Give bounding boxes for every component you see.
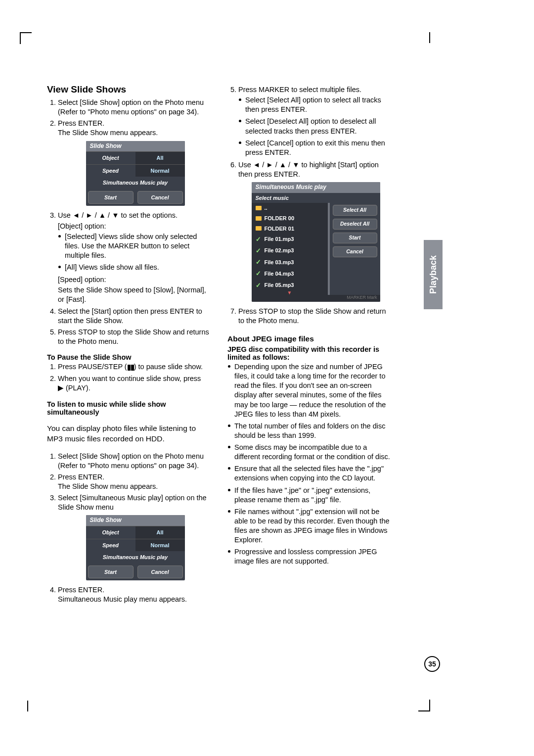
check-icon: ✓ (256, 258, 262, 266)
osd-music-subtitle: Select music (252, 193, 380, 203)
speed-option-desc: Sets the Slide Show speed to [Slow], [No… (58, 285, 213, 304)
osd-music-title: Simultaneous Music play (252, 182, 380, 193)
listen-step-3: Select [Simultaneous Music play] option … (58, 493, 213, 580)
jpeg-b3: Some discs may be incompatible due to a … (234, 443, 393, 462)
folder-icon (256, 216, 262, 221)
listen-step-2a: Press ENTER. (58, 473, 104, 481)
listen-steps: Select [Slide Show] option on the Photo … (47, 452, 213, 605)
osd-object-label: Object (86, 152, 135, 164)
listen-step-3-text: Select [Simultaneous Music play] option … (58, 494, 207, 511)
listen-step-4: Press ENTER. Simultaneous Music play men… (58, 585, 213, 604)
listen-step-2: Press ENTER. The Slide Show menu appears… (58, 472, 213, 491)
right-column: Press MARKER to select multiple files. S… (227, 84, 393, 606)
r5-bullet-deselectall: Select [Deselect All] option to deselect… (245, 117, 393, 136)
list-item: File 05.mp3 (265, 282, 294, 289)
step-2-line1: Press ENTER. (58, 119, 104, 127)
object-option-selected: [Selected] Views slide show only selecte… (65, 232, 213, 260)
right-step-7: Press STOP to stop the Slide Show and re… (238, 307, 393, 326)
osd-slide-show-menu: Slide Show Object All Speed Normal Simul… (86, 141, 185, 206)
page-number: 35 (424, 656, 440, 672)
osd-speed-value: Normal (135, 165, 185, 177)
osd-footer: MARKER Mark (252, 295, 380, 302)
page-content: View Slide Shows Select [Slide Show] opt… (47, 84, 393, 606)
jpeg-b2: The total number of files and folders on… (234, 422, 393, 440)
section-tab-playback: Playback (424, 240, 443, 309)
right-step-5-text: Press MARKER to select multiple files. (238, 86, 361, 94)
play-icon: ▶ (58, 383, 64, 393)
heading-pause-slideshow: To Pause the Slide Show (47, 353, 213, 361)
osd-title: Slide Show (86, 141, 185, 152)
step-2-line2: The Slide Show menu appears. (58, 129, 158, 137)
osd2-title: Slide Show (86, 515, 185, 526)
osd-btn-selectall: Select All (333, 205, 377, 216)
osd2-cancel-button: Cancel (137, 566, 183, 579)
listen-step-2b: The Slide Show menu appears. (58, 482, 158, 490)
folder-icon (256, 206, 262, 210)
osd2-speed-label: Speed (86, 539, 135, 552)
right-step-6-text: Use ◄ / ► / ▲ / ▼ to highlight [Start] o… (238, 161, 379, 178)
check-icon: ✓ (256, 281, 262, 289)
osd2-sim-music: Simultaneous Music play (86, 551, 185, 564)
pause-step-2b: (PLAY). (64, 384, 90, 392)
list-item: FOLDER 00 (265, 215, 295, 222)
pause-step-1a: Press PAUSE/STEP ( (58, 363, 127, 371)
osd-speed-label: Speed (86, 165, 135, 177)
speed-option-label: [Speed] option: (58, 275, 213, 284)
step-5: Press STOP to stop the Slide Show and re… (58, 328, 213, 346)
pause-step-2a: When you want to continue slide show, pr… (58, 375, 201, 382)
listen-step-4a: Press ENTER. (58, 586, 104, 594)
osd-cancel-button: Cancel (137, 191, 183, 204)
listen-step-4b: Simultaneous Music play menu appears. (58, 595, 187, 603)
pause-step-1: Press PAUSE/STEP (▮▮) to pause slide sho… (58, 362, 213, 372)
step-3-line1: Use ◄ / ► / ▲ / ▼ to set the options. (58, 211, 178, 219)
crop-mark-tl (20, 32, 32, 44)
right-step-5: Press MARKER to select multiple files. S… (238, 85, 393, 157)
pause-icon: ▮▮ (127, 363, 134, 372)
jpeg-b4: Ensure that all the selected files have … (234, 464, 393, 483)
crop-mark-bl (27, 701, 31, 711)
list-item: FOLDER 01 (265, 225, 295, 233)
list-item: File 03.mp3 (265, 259, 294, 266)
jpeg-b5: If the files have ".jpe" or ".jpeg" exte… (234, 486, 393, 505)
object-option-label: [Object] option: (58, 222, 213, 231)
slideshow-steps: Select [Slide Show] option on the Photo … (47, 98, 213, 346)
osd2-object-value: All (135, 526, 185, 539)
osd2-start-button: Start (88, 566, 134, 579)
osd-sim-music: Simultaneous Music play (86, 177, 185, 189)
jpeg-b1: Depending upon the size and number of JP… (234, 362, 393, 419)
osd-btn-start: Start (333, 233, 377, 243)
check-icon: ✓ (256, 269, 262, 278)
crop-mark-tr (426, 32, 430, 43)
step-3: Use ◄ / ► / ▲ / ▼ to set the options. [O… (58, 211, 213, 304)
list-item: File 02.mp3 (265, 247, 294, 254)
osd-music-list: .. FOLDER 00 FOLDER 01 ✓File 01.mp3 ✓Fil… (252, 203, 328, 294)
osd-slide-show-menu-2: Slide Show Object All Speed Normal Simul… (86, 515, 185, 580)
osd2-speed-value: Normal (135, 539, 185, 552)
left-column: View Slide Shows Select [Slide Show] opt… (47, 84, 213, 606)
check-icon: ✓ (256, 246, 262, 255)
osd-music-select: Simultaneous Music play Select music .. … (252, 182, 380, 302)
jpeg-b7: Progressive and lossless compression JPE… (234, 547, 393, 566)
step-1: Select [Slide Show] option on the Photo … (58, 98, 213, 117)
list-item: File 04.mp3 (265, 270, 294, 278)
check-icon: ✓ (256, 235, 262, 243)
osd-object-value: All (135, 152, 185, 164)
listen-step-1: Select [Slide Show] option on the Photo … (58, 452, 213, 471)
osd-start-button: Start (88, 191, 134, 204)
crop-mark-br (418, 700, 430, 711)
list-item: File 01.mp3 (265, 236, 294, 243)
step-4: Select the [Start] option then press ENT… (58, 307, 213, 326)
pause-step-1b: ) to pause slide show. (134, 363, 203, 371)
heading-about-jpeg: About JPEG image files (227, 334, 393, 343)
list-item: .. (265, 204, 267, 212)
right-step-6: Use ◄ / ► / ▲ / ▼ to highlight [Start] o… (238, 160, 393, 302)
listen-music-para: You can display photo files while listen… (47, 424, 213, 444)
pause-step-2: When you want to continue slide show, pr… (58, 374, 213, 393)
r5-bullet-cancel: Select [Cancel] option to exit this menu… (245, 139, 393, 157)
heading-listen-music: To listen to music while slide show simu… (47, 400, 213, 416)
jpeg-subheading: JPEG disc compatibility with this record… (227, 345, 393, 361)
scroll-down-icon: ▼ (252, 291, 328, 295)
pause-steps: Press PAUSE/STEP (▮▮) to pause slide sho… (47, 362, 213, 393)
right-steps: Press MARKER to select multiple files. S… (227, 85, 393, 326)
osd-btn-cancel: Cancel (333, 246, 377, 257)
